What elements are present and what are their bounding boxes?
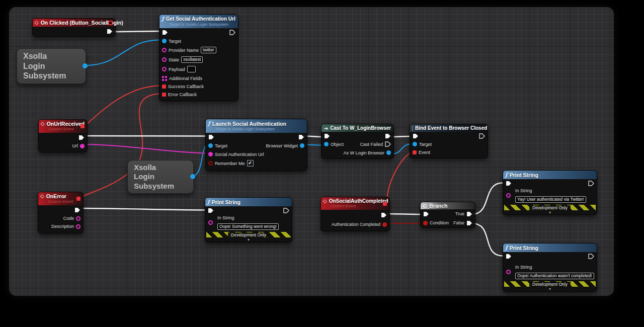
exec-in-pin[interactable]	[324, 133, 330, 139]
true-exec-pin[interactable]	[466, 211, 472, 217]
in-string-field[interactable]: Oops! Authentication wasn't completed!	[515, 273, 594, 279]
description-pin[interactable]	[76, 224, 80, 229]
node-title: OnSocialAuthCompleted	[329, 198, 388, 204]
node-launch-social-authentication[interactable]: ƒ Launch Social Authentication Target is…	[205, 119, 307, 171]
node-on-clicked-event[interactable]: ◇ On Clicked (Button_SocialLogin)	[32, 18, 116, 37]
condition-pin[interactable]	[423, 221, 428, 225]
node-title: OnUrlReceived	[47, 121, 85, 127]
event-pin[interactable]	[413, 150, 417, 154]
exec-in-pin[interactable]	[162, 30, 168, 35]
authentication-completed-pin[interactable]	[382, 222, 387, 227]
in-string-field[interactable]: Oops! Something went wrong!	[217, 223, 279, 230]
node-branch[interactable]: ⊂ Branch True Condition False	[420, 202, 475, 228]
node-header: ƒ Launch Social Authentication Target is…	[206, 119, 307, 133]
delegate-pin[interactable]	[76, 197, 80, 201]
delegate-pin[interactable]	[80, 124, 85, 128]
exec-out-pin[interactable]	[78, 135, 85, 140]
node-print-string-success[interactable]: ƒ Print String In String Yay! User authe…	[503, 170, 597, 215]
exec-out-pin[interactable]	[298, 134, 304, 140]
object-pin[interactable]	[324, 142, 329, 146]
exec-out-pin[interactable]	[381, 212, 387, 218]
node-print-string-error[interactable]: ƒ Print String In String Oops! Something…	[205, 197, 292, 242]
target-pin[interactable]	[413, 142, 417, 146]
exec-pin-shape	[589, 181, 594, 186]
node-on-social-auth-completed[interactable]: ◇ OnSocialAuthCompleted Custom Event Aut…	[320, 197, 390, 231]
exec-pin-shape	[208, 208, 213, 213]
collapse-arrow-icon[interactable]: ▼	[503, 287, 597, 291]
map-pin-icon[interactable]	[162, 76, 167, 81]
exec-pin-shape	[424, 212, 429, 216]
collapse-arrow-icon[interactable]: ▼	[503, 210, 597, 215]
node-get-social-authentication-url[interactable]: ƒ Get Social Authentication Url Target i…	[159, 14, 238, 101]
remember-me-pin[interactable]	[208, 161, 213, 166]
in-string-field[interactable]: Yay! User authenticated via Twitter!	[515, 196, 586, 203]
false-exec-pin[interactable]	[466, 220, 472, 226]
in-string-pin[interactable]	[506, 270, 511, 274]
event-icon: ◇	[323, 199, 327, 204]
pin-label: Target	[169, 39, 181, 44]
node-xsolla-login-subsystem-2[interactable]: Xsolla Login Subsystem	[127, 160, 194, 194]
provider-name-field[interactable]: twitter	[201, 47, 216, 53]
cast-failed-pin[interactable]	[385, 141, 391, 147]
payload-field[interactable]	[187, 66, 196, 72]
exec-pin-shape	[75, 208, 80, 212]
development-only-label: Development Only	[529, 282, 571, 287]
state-field[interactable]: xsollatest	[181, 56, 203, 63]
exec-out-pin[interactable]	[283, 208, 289, 213]
provider-name-pin[interactable]	[162, 48, 167, 52]
pin-label: Event	[419, 150, 430, 155]
node-cast-to-w-loginbrowser[interactable]: ↠ Cast To W_LoginBrowser Object Cast Fai…	[321, 124, 394, 159]
exec-pin-shape	[79, 135, 84, 140]
exec-in-pin[interactable]	[208, 208, 214, 213]
exec-in-pin[interactable]	[423, 211, 429, 217]
node-title: Print String	[212, 199, 240, 205]
exec-out-pin[interactable]	[588, 181, 594, 186]
exec-in-pin[interactable]	[506, 181, 512, 186]
node-title: Launch Social Authentication	[212, 121, 286, 127]
node-header: ƒ Print String	[503, 171, 597, 179]
pin-label: Provider Name	[169, 48, 199, 53]
node-bind-event-to-browser-closed[interactable]: Bind Event to Browser Closed Target Even…	[410, 124, 488, 158]
exec-out-pin[interactable]	[107, 29, 113, 34]
exec-in-pin[interactable]	[413, 133, 419, 139]
code-pin[interactable]	[76, 216, 80, 221]
exec-pin-shape	[506, 181, 511, 186]
node-on-error[interactable]: ◇ OnError Custom Event Code Description	[38, 192, 84, 233]
target-pin[interactable]	[208, 143, 213, 148]
payload-pin[interactable]	[162, 67, 167, 71]
event-icon: ◇	[41, 121, 45, 126]
variable-label-line: Login	[23, 61, 79, 71]
node-xsolla-login-subsystem-1[interactable]: Xsolla Login Subsystem	[17, 48, 86, 84]
error-callback-pin[interactable]	[162, 93, 166, 97]
collapse-arrow-icon[interactable]: ▼	[205, 237, 292, 242]
social-auth-url-pin[interactable]	[208, 152, 213, 156]
state-pin[interactable]	[162, 57, 167, 62]
cast-icon: ↠	[324, 126, 328, 131]
exec-in-pin[interactable]	[506, 254, 512, 259]
node-on-url-received[interactable]: ◇ OnUrlReceived Custom Event Url	[38, 119, 88, 152]
pin-label: Authentication Completed	[332, 222, 380, 227]
exec-out-pin[interactable]	[588, 254, 594, 259]
node-subtitle: Custom Event	[48, 127, 84, 132]
function-icon: ƒ	[505, 244, 508, 251]
exec-out-pin[interactable]	[229, 30, 235, 35]
exec-out-pin[interactable]	[479, 133, 485, 139]
success-callback-pin[interactable]	[162, 85, 166, 89]
delegate-pin[interactable]	[383, 202, 387, 206]
in-string-pin[interactable]	[506, 193, 511, 198]
delegate-pin[interactable]	[108, 21, 113, 25]
exec-out-pin[interactable]	[385, 133, 391, 139]
url-pin[interactable]	[80, 144, 85, 148]
exec-pin-shape	[107, 29, 112, 34]
node-subtitle: Target is Xsolla Login Subsystem	[215, 127, 304, 132]
exec-pin-shape	[467, 212, 472, 216]
browser-widget-pin[interactable]	[300, 143, 304, 148]
in-string-pin[interactable]	[208, 220, 213, 225]
exec-out-pin[interactable]	[74, 207, 80, 213]
exec-in-pin[interactable]	[208, 134, 214, 140]
as-w-login-browser-pin[interactable]	[386, 150, 391, 155]
target-pin[interactable]	[162, 39, 167, 43]
node-print-string-not-completed[interactable]: ƒ Print String In String Oops! Authentic…	[503, 243, 597, 292]
pin-label: In String	[515, 188, 594, 193]
remember-me-checkbox[interactable]: ✔	[247, 160, 254, 167]
